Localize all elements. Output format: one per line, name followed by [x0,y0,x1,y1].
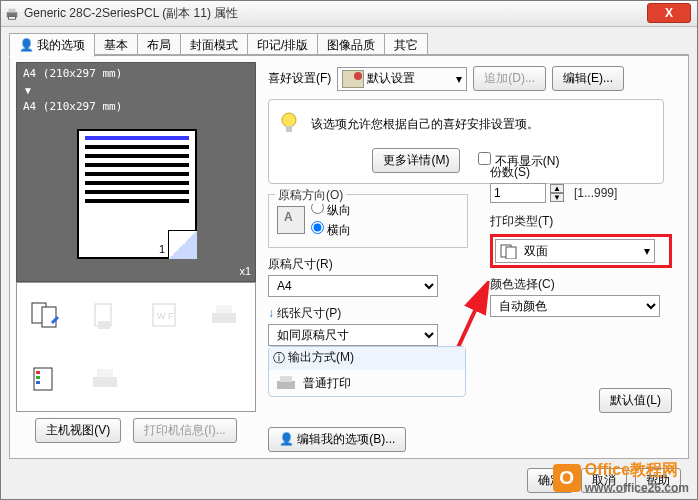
svg-rect-6 [98,321,110,329]
printer-icon [5,7,19,21]
hint-text: 该选项允许您根据自己的喜好安排设置项。 [311,116,539,133]
preview-paper-to: A4 (210x297 mm) [17,96,255,118]
svg-rect-14 [36,381,40,384]
right-column: 份数(S) ▲ ▼ [1...999] 打印类型(T) 双面 ▾ 颜色选择(C)… [490,164,672,317]
svg-rect-13 [36,376,40,379]
thumb-printer1-icon[interactable] [196,283,256,347]
svg-text:W F: W F [157,311,174,321]
favorite-icon [342,70,364,88]
paper-size-label: 纸张尺寸(P) [277,306,341,320]
preview-paper-from: A4 (210x297 mm) [17,63,255,85]
arrow-down-icon: ▼ [17,85,255,96]
svg-rect-20 [506,247,516,259]
thumb-printer2-icon[interactable] [77,347,137,411]
content-panel: A4 (210x297 mm) ▼ A4 (210x297 mm) 1 x1 W… [9,55,689,459]
svg-rect-22 [277,381,295,389]
svg-rect-12 [36,371,40,374]
svg-rect-4 [42,307,56,327]
color-label: 颜色选择(C) [490,276,672,293]
svg-rect-1 [9,8,16,12]
thumb-doc-icon[interactable] [77,283,137,347]
orientation-group: 原稿方向(O) 纵向 横向 [268,194,468,248]
svg-rect-2 [9,16,16,19]
color-select[interactable]: 自动颜色 [490,295,660,317]
paper-size-select[interactable]: 如同原稿尺寸 [268,324,438,346]
bulb-icon [279,112,299,136]
thumb-layout-icon[interactable] [17,283,77,347]
favorite-label: 喜好设置(F) [268,70,331,87]
tab-my-options[interactable]: 👤我的选项 [9,33,95,57]
office-logo-icon: O [553,464,581,492]
thumb-grid: W F [16,282,256,412]
person-icon: 👤 [279,432,294,446]
favorite-select[interactable]: 默认设置 ▾ [337,67,467,91]
svg-rect-10 [216,305,232,313]
preview-count: x1 [239,265,251,277]
down-arrow-icon: ↓ [268,306,274,320]
window-title: Generic 28C-2SeriesPCL (副本 11) 属性 [24,5,693,22]
edit-favorite-button[interactable]: 编辑(E)... [552,66,624,91]
svg-rect-9 [212,313,236,323]
svg-rect-16 [97,369,113,377]
person-icon: 👤 [19,38,34,52]
copies-range: [1...999] [574,186,617,200]
add-favorite-button[interactable]: 追加(D)... [473,66,546,91]
output-value: 普通打印 [303,375,351,392]
svg-rect-15 [93,377,117,387]
print-type-label: 打印类型(T) [490,213,672,230]
thumb-wordart-icon[interactable]: W F [136,283,196,347]
left-pane: A4 (210x297 mm) ▼ A4 (210x297 mm) 1 x1 W… [16,62,256,443]
orientation-icon [277,206,305,234]
preview-sheet: 1 [77,129,197,259]
print-type-select[interactable]: 双面 ▾ [495,239,655,263]
svg-point-17 [282,113,296,127]
svg-rect-18 [286,126,292,132]
titlebar: Generic 28C-2SeriesPCL (副本 11) 属性 X [1,1,697,27]
printer-info-button[interactable]: 打印机信息(I)... [133,418,236,443]
print-type-highlight: 双面 ▾ [490,234,672,268]
info-icon: ⓘ [273,350,285,367]
watermark: O Office教程网 www.office26.com [553,460,689,495]
svg-rect-23 [280,376,292,382]
copies-input[interactable] [490,183,546,203]
landscape-radio[interactable]: 横向 [311,221,351,239]
page-preview: A4 (210x297 mm) ▼ A4 (210x297 mm) 1 x1 [16,62,256,282]
edit-my-options-button[interactable]: 👤 编辑我的选项(B)... [268,427,406,452]
host-view-button[interactable]: 主机视图(V) [35,418,121,443]
duplex-icon [500,243,518,259]
close-button[interactable]: X [647,3,691,23]
more-details-button[interactable]: 更多详情(M) [372,148,460,173]
original-size-select[interactable]: A4 [268,275,438,297]
printer-output-icon [275,374,297,392]
preview-page-num: 1 [159,243,165,255]
original-size-label: 原稿尺寸(R) [268,256,468,273]
spin-down-button[interactable]: ▼ [550,193,564,202]
output-label: 输出方式(M) [288,349,354,366]
chevron-down-icon: ▾ [644,244,650,258]
output-group: ⓘ输出方式(M) 普通打印 [268,346,466,397]
copies-label: 份数(S) [490,164,672,181]
thumb-color-icon[interactable] [17,347,77,411]
chevron-down-icon: ▾ [456,72,462,86]
defaults-button[interactable]: 默认值(L) [599,388,672,413]
spin-up-button[interactable]: ▲ [550,184,564,193]
